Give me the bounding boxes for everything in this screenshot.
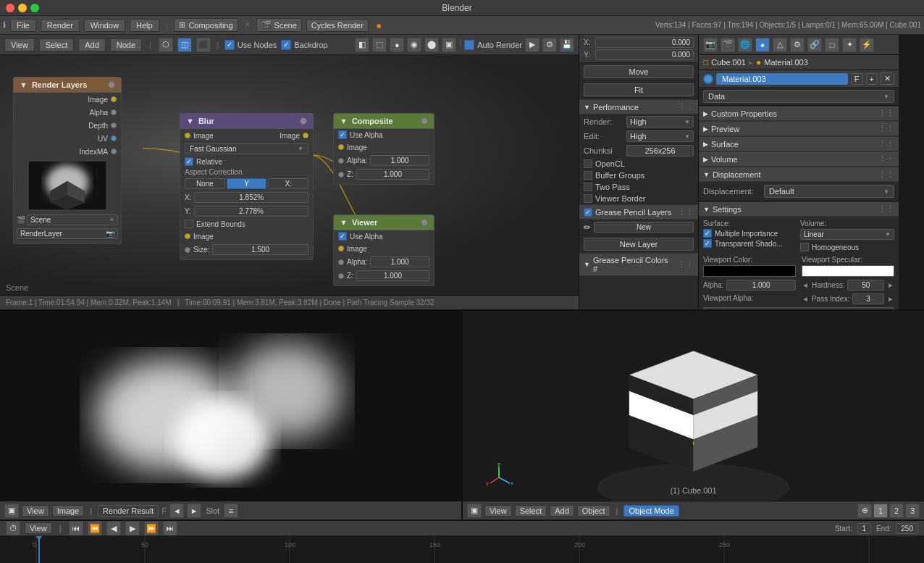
chunksi-value[interactable]: 256x256 (626, 145, 694, 157)
blur-image-out-socket[interactable] (303, 133, 308, 138)
timeline-track[interactable]: 0 50 100 150 200 250 (0, 536, 924, 563)
viewport-specular-swatch[interactable] (802, 265, 894, 277)
global-local-icon[interactable]: ⊕ (857, 504, 872, 518)
blur-image2-socket[interactable] (185, 233, 190, 239)
toolbar-icon-6[interactable]: ▣ (442, 38, 456, 52)
render-layers-node[interactable]: ▼ Render Layers Image Alpha (13, 77, 122, 244)
material-name-btn[interactable]: Material.003 (716, 73, 848, 85)
viewer-z-socket[interactable] (338, 273, 344, 279)
render-result-btn[interactable]: Render Result (98, 505, 159, 517)
composite-alpha-socket[interactable] (338, 158, 344, 164)
grease-pencil-colors-header[interactable]: ▼ Grease Pencil Colors # ⋮⋮ (579, 253, 698, 276)
blur-size-socket[interactable] (185, 247, 190, 253)
gp-new-btn[interactable]: New (594, 222, 694, 233)
node-type-icon[interactable]: ⬡ (159, 38, 173, 52)
gp-layers-checkbox[interactable]: ✓ (584, 208, 592, 217)
grease-pencil-layers-header[interactable]: ✓ Grease Pencil Layers ⋮⋮ (579, 204, 698, 220)
node-node-btn[interactable]: Node (110, 38, 142, 51)
rl-alpha-socket[interactable] (111, 109, 117, 115)
displacement-select[interactable]: Default ▼ (764, 185, 894, 198)
y-value[interactable]: 0.000 (595, 49, 694, 60)
prev-frame-btn[interactable]: ⏪ (88, 521, 102, 535)
scene-dropdown[interactable]: Scene ✕ (27, 214, 118, 225)
alpha-value[interactable]: 1.000 (726, 280, 796, 291)
x-value[interactable]: 0.000 (595, 37, 694, 48)
props-particle-icon[interactable]: ✦ (842, 38, 857, 52)
backdrop-checkbox[interactable] (281, 40, 291, 50)
auto-render-checkbox[interactable] (464, 40, 474, 50)
menu-render[interactable]: Render (41, 19, 80, 32)
rl-image-socket[interactable] (111, 96, 117, 102)
performance-header[interactable]: ▼ Performance ⋮⋮ (579, 99, 698, 114)
props-world-icon[interactable]: 🌐 (738, 38, 752, 52)
viewer-image-socket[interactable] (338, 246, 344, 251)
material-f-btn[interactable]: F (851, 73, 863, 85)
maximize-btn[interactable] (30, 4, 39, 12)
backdrop-toggle[interactable]: Backdrop (281, 40, 327, 50)
image-btn[interactable]: Image (52, 505, 85, 517)
render-layer-dropdown[interactable]: RenderLayer 📷 (17, 228, 118, 239)
viewer-dot[interactable] (421, 219, 428, 226)
blur-collapse-icon[interactable]: ▼ (186, 117, 194, 125)
toolbar-icon-1[interactable]: ◧ (355, 38, 369, 52)
composite-dot[interactable] (421, 117, 428, 125)
viewport3d-icon[interactable]: ▣ (467, 504, 482, 518)
jump-start-btn[interactable]: ⏮ (69, 521, 83, 535)
toolbar-icon-2[interactable]: ⬚ (372, 38, 387, 52)
node-composite-icon[interactable]: ◫ (177, 38, 192, 52)
layer-1[interactable]: 1 (873, 504, 888, 518)
blur-y-value[interactable]: 2.778% (194, 206, 308, 217)
props-material-icon[interactable]: ● (755, 38, 770, 52)
add-btn[interactable]: Add (550, 505, 574, 517)
object-btn[interactable]: Object (577, 505, 610, 517)
toolbar-icon-3[interactable]: ● (390, 38, 404, 52)
select-btn[interactable]: Select (515, 505, 547, 517)
node-canvas[interactable]: ▼ Render Layers Image Alpha (0, 55, 579, 295)
node-texture-icon[interactable]: ⬛ (196, 38, 211, 52)
surface-header[interactable]: ▶ Surface ⋮⋮ (699, 136, 899, 151)
object-mode-btn[interactable]: Object Mode (623, 505, 679, 517)
composite-z-value[interactable]: 1.000 (356, 169, 429, 180)
next-frame-icon[interactable]: ► (187, 504, 201, 518)
volume-scatter-select[interactable]: Linear ▼ (800, 229, 894, 240)
render-icon[interactable]: ▶ (525, 38, 539, 52)
slot-icon[interactable]: ≡ (224, 504, 238, 518)
displacement-header[interactable]: ▼ Displacement ⋮⋮ (699, 167, 899, 182)
editor-type-selector[interactable]: ⊞ Compositing (174, 18, 238, 32)
props-object-icon[interactable]: □ (825, 38, 839, 52)
toolbar-icon-5[interactable]: ⬤ (424, 38, 439, 52)
node-view-btn[interactable]: View (4, 38, 35, 51)
next-frame-btn-tl[interactable]: ⏩ (144, 521, 159, 535)
two-pass-checkbox[interactable] (584, 183, 592, 191)
composite-collapse-icon[interactable]: ▼ (340, 117, 348, 125)
rl-depth-socket[interactable] (111, 122, 117, 128)
close-btn[interactable] (6, 4, 14, 12)
start-frame[interactable]: 1 (857, 523, 872, 534)
node-add-btn[interactable]: Add (78, 38, 106, 51)
viewer-use-alpha-check[interactable]: ✓ (338, 232, 347, 241)
settings-header[interactable]: ▼ Settings ⋮⋮ (699, 201, 899, 217)
rl-indexma-socket[interactable] (111, 149, 117, 154)
props-scene-icon[interactable]: 🎬 (721, 38, 735, 52)
homogeneous-check[interactable] (800, 243, 809, 251)
blur-node[interactable]: ▼ Blur Image Image (180, 113, 314, 260)
viewport-icon[interactable]: ▣ (4, 504, 19, 518)
gp-pencil-icon[interactable]: ✏ (584, 222, 591, 233)
minimize-btn[interactable] (18, 4, 27, 12)
render-engine-selector[interactable]: Cycles Render (306, 19, 369, 32)
props-physics-icon[interactable]: ⚡ (860, 38, 874, 52)
blur-size-value[interactable]: 1.500 (212, 244, 308, 255)
window-controls[interactable] (6, 4, 39, 12)
blur-none-btn[interactable]: None (185, 178, 225, 189)
move-btn[interactable]: Move (584, 65, 694, 78)
node-collapse-icon[interactable]: ▼ (20, 80, 28, 89)
blur-y-btn[interactable]: Y (227, 178, 267, 189)
scene-selector[interactable]: 🎬 Scene (256, 18, 302, 32)
auto-render-toggle[interactable]: Auto Render (464, 38, 522, 52)
viewer-collapse-icon[interactable]: ▼ (340, 218, 348, 227)
menu-window[interactable]: Window (84, 19, 125, 32)
edit-quality-select[interactable]: High (626, 130, 694, 142)
props-modifier-icon[interactable]: ⚙ (790, 38, 805, 52)
composite-node[interactable]: ▼ Composite ✓ Use Alpha Image (333, 113, 434, 185)
transparent-shadows-check[interactable]: ✓ (703, 239, 712, 248)
